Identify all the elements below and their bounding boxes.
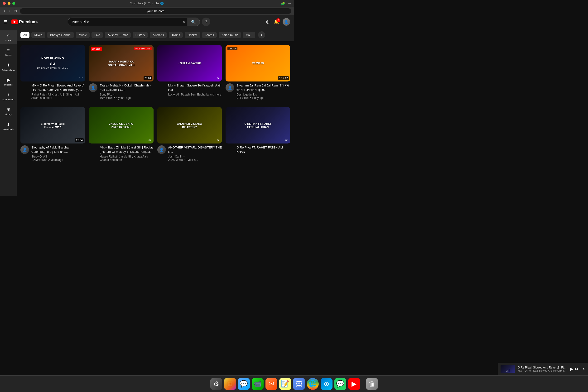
video-grid-row1: NOW PLAYING FT. RAHAT FATEH ALI KHAN ⋯ M… xyxy=(17,41,294,103)
now-playing-text: NOW PLAYING xyxy=(41,57,64,60)
window-bar: YouTube - (2) YouTube 🌐 🧩 ⋯ xyxy=(0,0,294,7)
video-info: 👤 ANOTHER VISTAR.. DISASTER? THE N... Jo… xyxy=(157,146,222,162)
video-meta: Siya ram Jai Ram Jai Jai Ram सिया राम जय… xyxy=(237,84,290,100)
channel-avatar: 👤 xyxy=(21,146,29,154)
thumb-text: O RE PIYA FT. RAHET FATEH ALI KHAN xyxy=(242,122,274,129)
yt-header: ☰ Premium IN ✕ 🔍 🎙 ⊕ 🔔 2 👤 xyxy=(0,15,294,28)
reload-button[interactable]: ↻ xyxy=(13,8,18,14)
menu-icon[interactable]: ☰ xyxy=(4,19,8,24)
extension-icon[interactable]: 🧩 xyxy=(281,2,285,5)
minimize-btn[interactable] xyxy=(8,2,11,5)
channel-avatar: 👤 xyxy=(226,84,234,92)
video-thumbnail[interactable]: EP. 1119FULL EPISODETAARAK MEHTA KA OOLT… xyxy=(89,45,154,82)
filter-chip-music[interactable]: Music xyxy=(76,32,90,38)
sidebar-icon-0: ⌂ xyxy=(7,33,10,38)
video-title: Mix – Bapu Zimidar | Jassi Gill | Replay… xyxy=(100,146,154,154)
video-thumbnail[interactable]: JASSIE GILL BAPU ZIMIDAR 565M+≋ xyxy=(89,107,154,144)
filter-next-button[interactable]: › xyxy=(258,31,265,38)
filter-chip-live[interactable]: Live xyxy=(92,32,103,38)
avatar[interactable]: 👤 xyxy=(283,18,290,26)
sidebar-label-2: Subscriptions xyxy=(2,69,15,72)
sidebar-icon-4: ♪ xyxy=(7,92,10,98)
back-button[interactable]: ‹ xyxy=(3,8,6,14)
forward-button[interactable]: › xyxy=(8,8,11,14)
browser-menu-icon[interactable]: ⋯ xyxy=(288,2,291,5)
sidebar-item-home[interactable]: ⌂ Home xyxy=(0,30,17,44)
filter-chip-mixes[interactable]: Mixes xyxy=(31,32,45,38)
search-container: ✕ 🔍 🎙 xyxy=(68,18,210,26)
filter-chip-trains[interactable]: Trains xyxy=(169,32,183,38)
yt-logo-text: Premium xyxy=(19,20,37,24)
sidebar-icon-1: ≡ xyxy=(7,48,10,53)
window-title: YouTube - (2) YouTube 🌐 xyxy=(130,2,164,5)
full-episode-label: FULL EPISODE xyxy=(134,47,151,50)
video-title: ANOTHER VISTAR.. DISASTER? THE N... xyxy=(168,146,222,154)
filter-chip-aircrafts[interactable]: Aircrafts xyxy=(150,32,167,38)
sidebar-item-library[interactable]: ⊞ Library xyxy=(0,104,17,118)
maximize-btn[interactable] xyxy=(12,2,15,5)
channel-avatar: 👤 xyxy=(157,146,166,154)
filter-chip-all[interactable]: All xyxy=(21,32,30,38)
video-card-v4[interactable]: 1 HOURराम सिया राम1:12:17 👤 Siya ram Jai… xyxy=(226,45,290,100)
video-card-v1[interactable]: NOW PLAYING FT. RAHAT FATEH ALI KHAN ⋯ M… xyxy=(21,45,85,100)
video-thumbnail[interactable]: 1 HOURराम सिया राम1:12:17 xyxy=(226,45,290,82)
wave-indicator: ≋ xyxy=(147,137,152,142)
video-meta: Biography of Pablo Escobar, Colombian dr… xyxy=(31,146,85,162)
video-card-v3[interactable]: ♪ SHAAM SAVERE≋ Mix – Shaam Savere Teri … xyxy=(157,45,222,100)
channel-avatar-placeholder xyxy=(226,146,234,155)
video-title: Mix – Shaam Savere Teri Yaadein Aati Hai xyxy=(168,84,222,92)
video-card-v5[interactable]: Biography of Pablo Escobar हिंदी में25:0… xyxy=(21,107,85,162)
sidebar-item-originals[interactable]: ▶ Originals xyxy=(0,74,17,88)
filter-chip-bhavya-gandhi[interactable]: Bhavya Gandhi xyxy=(47,32,74,38)
video-stats: 10M views • 4 years ago xyxy=(100,96,154,100)
url-bar[interactable] xyxy=(20,8,291,14)
premium-badge: IN xyxy=(36,20,38,23)
sidebar-item-youtube-mu...[interactable]: ♪ YouTube Mu... xyxy=(0,90,17,103)
sidebar-item-downloads[interactable]: ⬇ Downloads xyxy=(0,119,17,133)
search-clear-button[interactable]: ✕ xyxy=(181,18,187,26)
close-btn[interactable] xyxy=(3,2,6,5)
video-thumbnail[interactable]: NOW PLAYING FT. RAHAT FATEH ALI KHAN ⋯ xyxy=(21,45,85,82)
video-card-v7[interactable]: ANOTHER VISTARA DISASTER?≋ 👤 ANOTHER VIS… xyxy=(157,107,222,162)
duration-badge: 25:04 xyxy=(75,138,84,142)
options-icon[interactable]: ⋯ xyxy=(79,74,83,80)
filter-chip-teams[interactable]: Teams xyxy=(202,32,217,38)
yt-logo[interactable]: Premium IN xyxy=(12,20,38,24)
video-thumbnail[interactable]: O RE PIYA FT. RAHET FATEH ALI KHAN≋ xyxy=(226,107,290,144)
content-area: AllMixesBhavya GandhiMusicLiveAkshay Kum… xyxy=(17,28,294,196)
notification-badge: 2 xyxy=(276,18,280,22)
sidebar-label-5: Library xyxy=(5,113,12,116)
video-stats: 292K views • 1 year a... xyxy=(168,158,222,162)
filter-chip-akshay-kumar[interactable]: Akshay Kumar xyxy=(105,32,131,38)
thumb-text: Biography of Pablo Escobar हिंदी में xyxy=(37,122,69,129)
channel-avatar-placeholder xyxy=(89,146,98,162)
video-stats: 971 views • 1 day ago xyxy=(237,96,290,100)
video-card-v6[interactable]: JASSIE GILL BAPU ZIMIDAR 565M+≋ Mix – Ba… xyxy=(89,107,154,162)
search-submit-button[interactable]: 🔍 xyxy=(187,18,200,26)
sidebar-item-subscriptions[interactable]: ✦ Subscriptions xyxy=(0,60,17,74)
video-meta: Mix – Shaam Savere Teri Yaadein Aati Hai… xyxy=(168,84,222,96)
create-button[interactable]: ⊕ xyxy=(266,19,270,25)
search-input[interactable] xyxy=(68,18,181,26)
video-card-v8[interactable]: O RE PIYA FT. RAHET FATEH ALI KHAN≋ O Re… xyxy=(226,107,290,162)
thumb-text: राम सिया राम xyxy=(250,62,266,65)
sidebar-item-shorts[interactable]: ≡ Shorts xyxy=(0,45,17,59)
thumb-text: ANOTHER VISTARA DISASTER? xyxy=(173,122,206,129)
mic-button[interactable]: 🎙 xyxy=(202,18,210,26)
sidebar-label-1: Shorts xyxy=(5,54,12,56)
sidebar-icon-6: ⬇ xyxy=(7,122,11,127)
filter-chip-asian-music[interactable]: Asian music xyxy=(219,32,241,38)
filter-chip-co...[interactable]: Co... xyxy=(243,32,255,38)
video-info: 👤 Siya ram Jai Ram Jai Jai Ram सिया राम … xyxy=(226,84,290,100)
subtitle-text: FT. RAHAT FATEH ALI KHAN xyxy=(37,67,69,70)
video-meta: O Re Piya FT. RAHET FATEH ALI KHAN xyxy=(237,146,290,155)
video-thumbnail[interactable]: ANOTHER VISTARA DISASTER?≋ xyxy=(157,107,222,144)
sidebar-icon-5: ⊞ xyxy=(7,107,11,112)
filter-chip-history[interactable]: History xyxy=(133,32,148,38)
filter-chip-cricket[interactable]: Cricket xyxy=(185,32,200,38)
video-thumbnail[interactable]: ♪ SHAAM SAVERE≋ xyxy=(157,45,222,82)
video-thumbnail[interactable]: Biography of Pablo Escobar हिंदी में25:0… xyxy=(21,107,85,144)
wave-indicator: ≋ xyxy=(216,75,220,80)
notifications-button[interactable]: 🔔 2 xyxy=(274,19,279,24)
video-card-v2[interactable]: EP. 1119FULL EPISODETAARAK MEHTA KA OOLT… xyxy=(89,45,154,100)
